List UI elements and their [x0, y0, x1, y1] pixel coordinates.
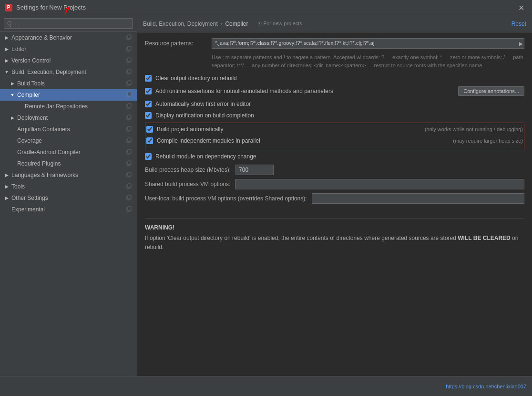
footer: https://blog.csdn.net/chenlixiao007: [0, 376, 532, 396]
sidebar-item-other-settings[interactable]: ▶ Other Settings: [0, 192, 137, 204]
highlighted-checkbox-row-build-auto: Build project automatically(only works w…: [146, 125, 523, 134]
rebuild-module-label: Rebuild module on dependency change: [155, 153, 524, 160]
heap-size-input[interactable]: [235, 165, 274, 175]
display-notification-checkbox[interactable]: [145, 112, 152, 119]
resource-patterns-label: Resource patterns:: [145, 38, 212, 47]
close-button[interactable]: ✕: [515, 2, 527, 13]
sidebar-item-label: Editor: [11, 46, 124, 52]
copy-icon: [126, 34, 133, 41]
copy-icon: [126, 46, 133, 52]
arrow-icon: ▶: [4, 172, 10, 178]
sidebar-item-build-tools[interactable]: ▶ Build Tools: [0, 78, 137, 89]
svg-rect-5: [128, 58, 131, 62]
sidebar-items-list: ▶ Appearance & Behavior ▶ Editor ▶ Versi…: [0, 32, 137, 215]
content-scroll: Resource patterns: *.java;!?*.form;!?*.c…: [137, 32, 532, 376]
configure-annotations-button[interactable]: Configure annotations...: [458, 86, 524, 96]
sidebar-item-languages[interactable]: ▶ Languages & Frameworks: [0, 169, 137, 181]
copy-icon: [126, 80, 133, 87]
sidebar-item-coverage[interactable]: Coverage: [0, 135, 137, 146]
highlighted-checkbox-row-compile-parallel: Compile independent modules in parallel(…: [146, 136, 523, 145]
breadcrumb-for-new: ⊡ For new projects: [257, 21, 302, 27]
build-auto-checkbox[interactable]: [146, 126, 153, 133]
checkbox-row-clear-output: Clear output directory on rebuild: [145, 74, 524, 83]
build-auto-label: Build project automatically: [157, 126, 415, 133]
checkbox-row-auto-show-error: Automatically show first error in editor: [145, 100, 524, 108]
sidebar-item-label: Deployment: [17, 115, 124, 121]
sidebar-item-arquillian[interactable]: Arquillian Containers: [0, 124, 137, 135]
svg-rect-9: [128, 81, 131, 84]
copy-icon: [126, 172, 133, 178]
sidebar-item-label: Arquillian Containers: [17, 126, 124, 133]
sidebar-search-container: [0, 15, 137, 32]
sidebar-item-deployment[interactable]: ▶ Deployment: [0, 112, 137, 124]
copy-icon: [126, 195, 133, 201]
svg-rect-17: [128, 126, 131, 130]
sidebar-item-label: Build Tools: [17, 80, 124, 87]
regular-checkboxes: Clear output directory on rebuildAdd run…: [145, 74, 524, 120]
footer-url: https://blog.csdn.net/chenlixiao007: [446, 384, 526, 389]
resource-patterns-help: Use ; to separate patterns and ! to nega…: [212, 53, 524, 69]
heap-size-row: Build process heap size (Mbytes):: [145, 165, 524, 175]
app-icon: P: [5, 4, 12, 11]
title-bar: P Settings for New Projects ➚ ✕: [0, 0, 532, 15]
sidebar-item-label: Other Settings: [11, 195, 124, 201]
svg-rect-13: [128, 104, 131, 107]
rebuild-module-checkbox[interactable]: [145, 153, 152, 160]
sidebar-item-label: Experimental: [11, 206, 124, 213]
svg-rect-29: [128, 195, 131, 199]
shared-vm-input[interactable]: [235, 179, 524, 189]
sidebar-item-label: Compiler: [17, 92, 124, 98]
svg-rect-19: [128, 138, 131, 142]
clear-output-label: Clear output directory on rebuild: [155, 75, 524, 82]
svg-rect-7: [128, 69, 131, 73]
sidebar-item-build-execution[interactable]: ▼ Build, Execution, Deployment: [0, 66, 137, 78]
clear-output-checkbox[interactable]: [145, 75, 152, 82]
sidebar-item-appearance[interactable]: ▶ Appearance & Behavior: [0, 32, 137, 43]
compile-parallel-checkbox[interactable]: [146, 137, 153, 144]
breadcrumb-parent: Build, Execution, Deployment: [143, 21, 218, 27]
copy-icon: [126, 57, 133, 64]
user-local-vm-label: User-local build process VM options (ove…: [145, 195, 307, 202]
svg-rect-1: [128, 35, 131, 39]
sidebar-item-version-control[interactable]: ▶ Version Control: [0, 55, 137, 66]
svg-rect-15: [128, 115, 131, 119]
build-auto-note: (only works while not running / debuggin…: [425, 126, 523, 132]
content-area: Build, Execution, Deployment › Compiler …: [137, 15, 532, 376]
search-input[interactable]: [4, 18, 133, 29]
main-layout: ▶ Appearance & Behavior ▶ Editor ▶ Versi…: [0, 15, 532, 376]
checkbox-row-add-runtime: Add runtime assertions for notnull-annot…: [145, 85, 524, 97]
arrow-icon: ▶: [10, 81, 15, 86]
copy-icon: [126, 137, 133, 144]
arrow-placeholder: [10, 138, 15, 144]
sidebar-item-required-plugins[interactable]: Required Plugins: [0, 158, 137, 169]
sidebar-item-label: Tools: [11, 183, 124, 190]
add-runtime-checkbox[interactable]: [145, 88, 152, 94]
sidebar-item-label: Version Control: [11, 57, 124, 64]
sidebar-item-gradle-android[interactable]: Gradle-Android Compiler: [0, 146, 137, 158]
svg-rect-3: [128, 46, 131, 50]
breadcrumb-separator: ›: [221, 21, 223, 27]
sidebar-item-experimental[interactable]: Experimental: [0, 204, 137, 215]
arrow-placeholder: [17, 104, 23, 109]
sidebar-item-compiler[interactable]: ▼ Compiler: [0, 89, 137, 101]
auto-show-error-checkbox[interactable]: [145, 101, 152, 107]
user-local-vm-input[interactable]: [312, 193, 525, 204]
resource-patterns-input[interactable]: *.java;!?*.form;!?*.class;!?*.groovy;!?*…: [212, 38, 524, 49]
sidebar-item-label: Build, Execution, Deployment: [11, 69, 124, 75]
svg-rect-25: [128, 172, 131, 176]
copy-icon: [126, 160, 133, 167]
rebuild-checkbox-row: Rebuild module on dependency change: [145, 152, 524, 161]
sidebar-item-label: Coverage: [17, 137, 124, 144]
reset-button[interactable]: Reset: [512, 21, 526, 27]
heap-size-label: Build process heap size (Mbytes):: [145, 167, 231, 173]
shared-vm-label: Shared build process VM options:: [145, 181, 230, 188]
highlighted-checkboxes-section: Build project automatically(only works w…: [145, 123, 524, 150]
shared-vm-row: Shared build process VM options:: [145, 179, 524, 189]
sidebar-item-tools[interactable]: ▶ Tools: [0, 181, 137, 192]
arrow-icon: ▼: [10, 92, 15, 98]
copy-icon: [126, 103, 133, 110]
sidebar-item-editor[interactable]: ▶ Editor: [0, 43, 137, 55]
arrow-icon: ▶: [4, 184, 10, 189]
sidebar-item-remote-jar[interactable]: Remote Jar Repositories: [0, 101, 137, 112]
user-local-vm-row: User-local build process VM options (ove…: [145, 193, 524, 204]
